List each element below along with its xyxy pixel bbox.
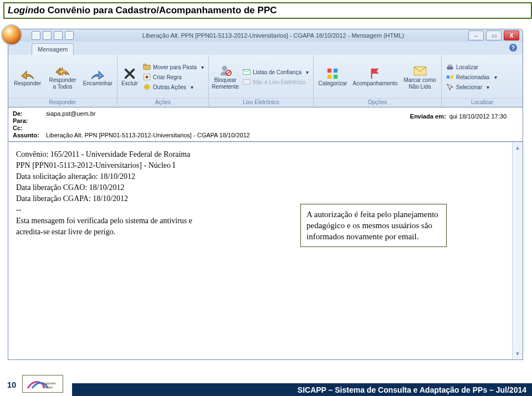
encaminhar-button[interactable]: Encaminhar [81, 56, 115, 98]
chevron-down-icon: ▾ [191, 84, 193, 90]
qa-redo-icon[interactable] [54, 31, 63, 40]
slide-footer: 10 SegundoTempo SICAPP – Sistema de Cons… [0, 373, 532, 396]
message-body: Convênio: 165/2011 - Universidade Federa… [8, 142, 523, 360]
svg-point-15 [447, 66, 450, 69]
listas-confianca-button[interactable]: Listas de Confiança▾ [241, 67, 311, 77]
flag-icon [368, 68, 382, 80]
group-label-localizar: Localizar [442, 98, 523, 106]
chevron-down-icon: ▾ [306, 69, 309, 75]
responder-todos-button[interactable]: Responder a Todos [45, 56, 79, 98]
svg-point-16 [450, 66, 453, 69]
ribbon: Responder Responder a Todos Encaminhar R… [8, 55, 523, 107]
office-orb-icon[interactable] [1, 24, 22, 45]
svg-rect-1 [144, 64, 146, 66]
scrollbar[interactable]: ▲ ▼ [512, 142, 523, 359]
categorize-icon [325, 68, 340, 80]
nao-e-lixo-button: Não é Lixo Eletrônico [241, 77, 311, 87]
page-number: 10 [3, 380, 20, 389]
group-label-opcoes: Opções [314, 98, 441, 106]
chevron-down-icon: ▾ [201, 64, 204, 70]
acompanhamento-button[interactable]: Acompanhamento [351, 56, 400, 98]
svg-rect-9 [243, 80, 250, 85]
qa-more-icon[interactable] [65, 31, 74, 40]
cc-label: Cc: [13, 125, 46, 131]
binoculars-icon [446, 63, 454, 71]
select-arrow-icon [446, 83, 454, 91]
help-icon[interactable]: ? [509, 44, 517, 52]
maximize-button[interactable]: ▭ [486, 30, 502, 40]
selecionar-button[interactable]: Selecionar▾ [444, 82, 499, 92]
mover-pasta-button[interactable]: Mover para Pasta▾ [141, 62, 206, 72]
scroll-down-icon[interactable]: ▼ [514, 351, 521, 357]
segundo-tempo-logo-icon: SegundoTempo [22, 375, 63, 393]
group-localizar: Localizar Relacionadas▾ Selecionar▾ Loca… [442, 56, 523, 106]
group-label-lixo: Lixo Eletrônico [209, 98, 313, 106]
svg-rect-10 [328, 69, 331, 73]
safe-lists-icon [243, 68, 250, 76]
svg-rect-19 [451, 75, 453, 78]
subject-label: Assunto: [13, 132, 46, 138]
to-label: Para: [13, 117, 46, 124]
annotation-callout: A autorização é feita pelo planejamento … [300, 204, 447, 247]
folder-move-icon [143, 63, 151, 71]
sent-label: Enviada em: [410, 113, 446, 120]
window-titlebar: Liberação Alt. PPN [PPN01-5113-2012-Univ… [8, 29, 523, 42]
not-junk-icon [243, 78, 250, 86]
svg-text:Segundo: Segundo [42, 382, 56, 385]
group-responder: Responder Responder a Todos Encaminhar R… [8, 56, 117, 106]
reply-icon [21, 68, 35, 80]
gear-icon [143, 83, 151, 91]
envelope-unread-icon [413, 64, 427, 76]
group-lixo: Bloquear Remetente Listas de Confiança▾ … [209, 56, 314, 106]
sent-value: qui 18/10/2012 17:30 [449, 113, 507, 120]
block-sender-icon [218, 64, 233, 76]
ribbon-tabs: Mensagem ? [8, 42, 523, 55]
outlook-window: Liberação Alt. PPN [PPN01-5113-2012-Univ… [8, 29, 523, 360]
minimize-button[interactable]: – [468, 30, 484, 40]
svg-point-6 [222, 66, 227, 71]
svg-text:Tempo: Tempo [42, 385, 53, 389]
svg-rect-18 [447, 75, 449, 78]
cc-value [46, 125, 518, 131]
window-title: Liberação Alt. PPN [PPN01-5113-2012-Univ… [78, 32, 468, 39]
categorizar-button[interactable]: Categorizar [316, 56, 350, 98]
svg-rect-13 [334, 75, 337, 79]
scroll-up-icon[interactable]: ▲ [514, 145, 521, 151]
close-button[interactable]: X [504, 30, 519, 40]
group-opcoes: Categorizar Acompanhamento Marcar como N… [314, 56, 442, 106]
page-title: Login do Convênio para Cadastro/Acompanh… [3, 2, 532, 19]
svg-rect-11 [334, 69, 337, 73]
chevron-down-icon: ▾ [494, 74, 497, 80]
group-label-acoes: Ações [117, 98, 208, 106]
marcar-nao-lida-button[interactable]: Marcar como Não Lida [401, 56, 439, 98]
rule-icon [143, 73, 151, 81]
outras-acoes-button[interactable]: Outras Ações▾ [141, 82, 206, 92]
svg-point-3 [145, 75, 148, 78]
svg-rect-12 [328, 75, 331, 79]
group-label-responder: Responder [8, 98, 117, 106]
tab-mensagem[interactable]: Mensagem [32, 43, 74, 55]
page-title-rest: do Convênio para Cadastro/Acompanhamento… [33, 5, 277, 16]
page-title-prefix: Login [8, 5, 33, 16]
svg-point-5 [146, 86, 148, 88]
quick-access-toolbar [32, 31, 74, 40]
sent-group: Enviada em:qui 18/10/2012 17:30 [410, 113, 507, 120]
criar-regra-button[interactable]: Criar Regra [141, 72, 206, 82]
relacionadas-button[interactable]: Relacionadas▾ [444, 72, 499, 82]
bloquear-remetente-button[interactable]: Bloquear Remetente [211, 56, 239, 98]
reply-all-icon [55, 64, 70, 76]
from-label: De: [13, 110, 46, 117]
related-icon [446, 73, 454, 81]
subject-value: Liberação Alt. PPN [PPN01-5113-2012-Univ… [46, 132, 518, 138]
footer-text: SICAPP – Sistema de Consulta e Adaptação… [298, 385, 526, 394]
svg-rect-17 [448, 65, 452, 67]
localizar-button[interactable]: Localizar [444, 62, 499, 72]
forward-icon [90, 68, 105, 80]
footer-bar: SICAPP – Sistema de Consulta e Adaptação… [72, 383, 532, 396]
qa-undo-icon[interactable] [43, 31, 52, 40]
chevron-down-icon: ▾ [487, 84, 489, 90]
responder-button[interactable]: Responder [11, 56, 44, 98]
group-acoes: Excluir Mover para Pasta▾ Criar Regra [117, 56, 209, 106]
excluir-button[interactable]: Excluir [120, 56, 140, 98]
qa-save-icon[interactable] [32, 31, 40, 40]
